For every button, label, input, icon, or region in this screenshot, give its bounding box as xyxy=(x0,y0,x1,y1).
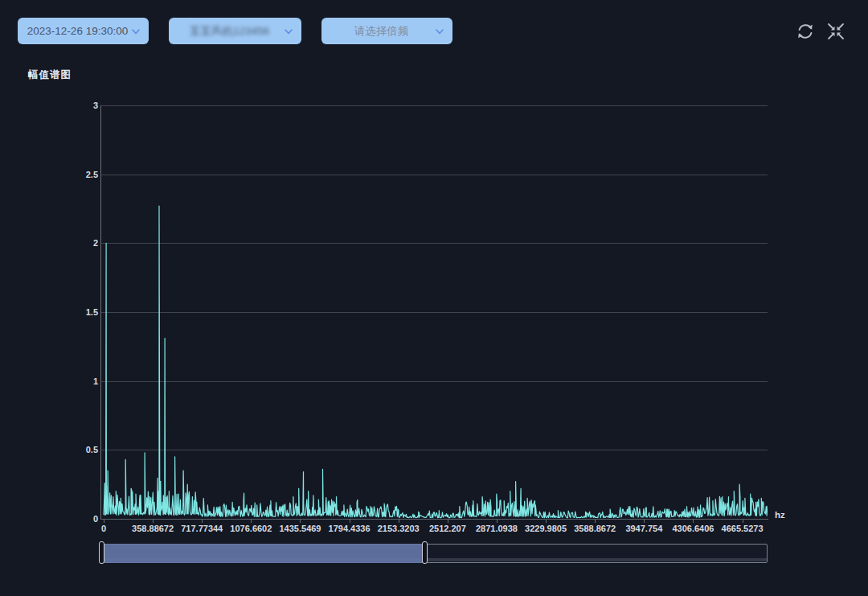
chevron-down-icon xyxy=(131,27,141,36)
x-axis-tick-label: 0 xyxy=(101,524,106,533)
x-axis-tick-mark xyxy=(595,520,596,523)
datazoom-left-handle[interactable] xyxy=(99,541,104,564)
y-axis-tick-label: 1 xyxy=(93,376,98,386)
collapse-arrows-icon xyxy=(827,23,845,40)
chart-title: 幅值谱图 xyxy=(28,68,72,82)
x-axis-tick-label: 1435.5469 xyxy=(279,524,321,533)
x-axis-tick-label: 2153.3203 xyxy=(378,524,420,533)
multiplier-select-placeholder: 请选择倍频 xyxy=(354,24,409,39)
datazoom-slider-track[interactable] xyxy=(100,544,768,563)
y-axis-tick-label: 2 xyxy=(93,238,98,248)
spectrum-plot-area xyxy=(100,105,768,519)
datazoom-selected-range[interactable] xyxy=(101,544,424,563)
y-axis-tick-label: 3 xyxy=(93,101,98,110)
device-select[interactable]: 某某风机123456 xyxy=(169,18,301,44)
spectrum-line-series xyxy=(100,105,768,519)
x-axis-tick-mark xyxy=(399,520,399,523)
x-axis-tick-mark xyxy=(693,520,694,523)
chevron-down-icon xyxy=(284,27,293,36)
collapse-arrows-button[interactable] xyxy=(825,21,846,42)
x-axis-tick-label: 3229.9805 xyxy=(525,524,567,533)
x-axis-tick-mark xyxy=(644,520,645,523)
multiplier-select[interactable]: 请选择倍频 xyxy=(321,18,452,44)
refresh-icon xyxy=(796,22,815,41)
y-axis-tick-label: 1.5 xyxy=(86,307,98,317)
gridline xyxy=(100,519,768,520)
y-axis-tick-label: 0.5 xyxy=(86,445,98,454)
x-axis-tick-label: 1076.6602 xyxy=(230,524,272,533)
y-axis-tick-label: 0 xyxy=(93,514,98,524)
x-axis-tick-mark xyxy=(104,520,104,523)
x-axis-tick-label: 4306.6406 xyxy=(672,524,714,533)
x-axis-tick-label: 3588.8672 xyxy=(574,524,616,533)
refresh-button[interactable] xyxy=(795,21,816,42)
x-axis-tick-label: 1794.4336 xyxy=(329,524,371,533)
x-axis-tick-mark xyxy=(497,520,497,523)
x-axis-tick-mark xyxy=(448,520,448,523)
x-axis-tick-label: 717.77344 xyxy=(181,524,223,533)
x-axis-tick-label: 2871.0938 xyxy=(476,524,518,533)
x-axis-tick-mark xyxy=(251,520,252,523)
y-axis-tick-label: 2.5 xyxy=(86,170,98,179)
x-axis-tick-label: 3947.754 xyxy=(625,524,662,533)
x-axis-tick-mark xyxy=(300,520,301,523)
x-axis-tick-mark xyxy=(546,520,547,523)
x-axis-tick-label: 4665.5273 xyxy=(722,524,764,533)
datetime-select-value: 2023-12-26 19:30:00 xyxy=(27,25,128,37)
chevron-down-icon xyxy=(435,27,444,36)
x-axis-unit-label: hz xyxy=(775,510,785,520)
device-select-value: 某某风机123456 xyxy=(190,24,269,39)
x-axis-tick-label: 358.88672 xyxy=(132,524,174,533)
x-axis-tick-label: 2512.207 xyxy=(429,524,466,533)
x-axis-tick-mark xyxy=(202,520,203,523)
x-axis-tick-mark xyxy=(743,520,743,523)
datazoom-right-handle[interactable] xyxy=(422,541,428,564)
x-axis-tick-mark xyxy=(153,520,154,523)
x-axis-tick-mark xyxy=(350,520,350,523)
datetime-select[interactable]: 2023-12-26 19:30:00 xyxy=(18,18,149,44)
